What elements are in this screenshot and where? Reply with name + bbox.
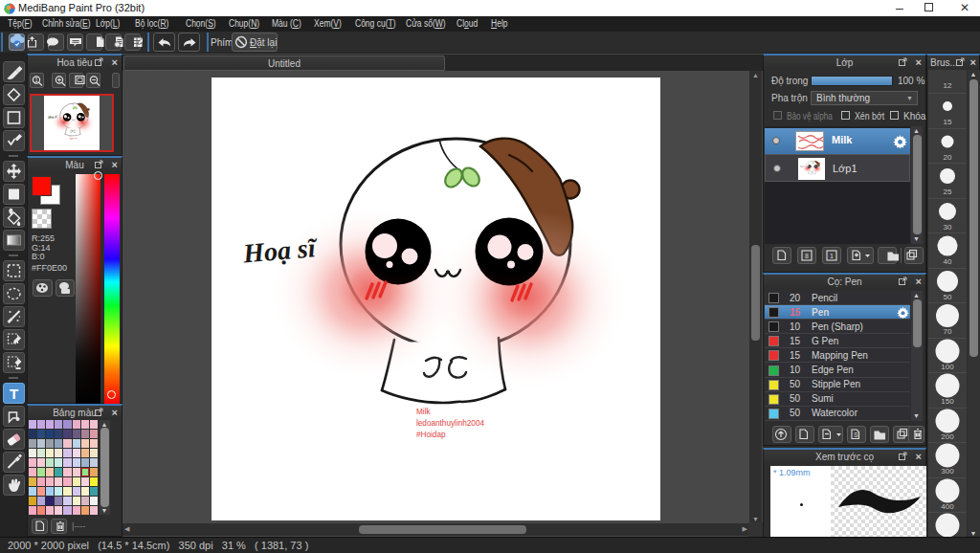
svg-text:8: 8 bbox=[805, 253, 809, 259]
svg-text:1: 1 bbox=[34, 77, 38, 83]
svg-text:S: S bbox=[854, 431, 858, 438]
svg-text:T: T bbox=[10, 386, 18, 402]
svg-text:1: 1 bbox=[830, 253, 834, 259]
